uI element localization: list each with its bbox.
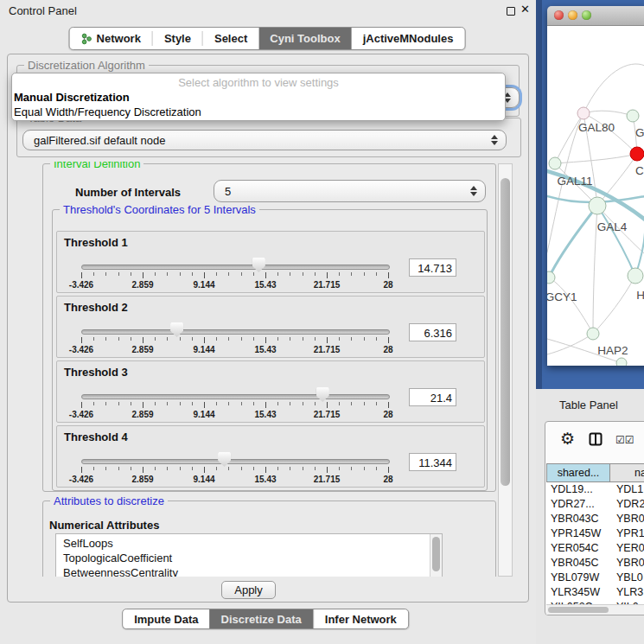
tab-discretize-data[interactable]: Discretize Data xyxy=(210,609,313,628)
checkbox-icons[interactable]: ☑☑ xyxy=(615,434,634,446)
tab-style[interactable]: Style xyxy=(153,28,202,49)
slider-thumb[interactable] xyxy=(218,452,231,467)
threshold-value-field[interactable]: 14.713 xyxy=(409,258,456,277)
tick-label: 21.715 xyxy=(309,475,344,484)
tab-impute-data[interactable]: Impute Data xyxy=(123,609,209,628)
network-canvas[interactable]: GAL80GACGAL11GAL4GCY1HHAP2 xyxy=(547,26,644,366)
threshold-value-field[interactable]: 21.4 xyxy=(409,388,456,406)
network-node-label: GA xyxy=(635,126,644,139)
tick-mark xyxy=(180,337,181,341)
algorithm-option-equal-width-frequency-discretization[interactable]: Equal Width/Frequency Discretization xyxy=(12,105,505,119)
close-window-button[interactable] xyxy=(554,10,564,20)
num-intervals-spinner[interactable]: 5 xyxy=(214,180,486,202)
network-node[interactable] xyxy=(630,147,644,161)
column-header-name[interactable]: na xyxy=(610,463,644,482)
table-data-combobox[interactable]: galFiltered.sif default node xyxy=(22,130,507,150)
list-item[interactable]: SelfLoops xyxy=(56,536,442,551)
tick-mark xyxy=(277,272,278,276)
table-row[interactable]: YER054CYER0 xyxy=(546,541,644,556)
zoom-window-button[interactable] xyxy=(582,10,591,20)
tick-mark xyxy=(155,337,156,341)
network-node[interactable] xyxy=(587,328,599,340)
float-icon[interactable] xyxy=(507,7,515,16)
panel-scrollbar-thumb[interactable] xyxy=(501,178,510,486)
network-node[interactable] xyxy=(628,268,643,284)
network-node[interactable] xyxy=(616,358,627,366)
tick-mark xyxy=(192,467,193,470)
spinner-arrows-icon xyxy=(466,186,481,196)
tab-label: Select xyxy=(214,32,247,45)
panel-scrollbar[interactable] xyxy=(498,163,513,577)
tab-cyni-toolbox[interactable]: Cyni Toolbox xyxy=(258,28,351,49)
cell-shared-name: YDL19... xyxy=(546,482,610,497)
num-intervals-label: Number of Intervals xyxy=(75,186,181,199)
cell-name: YBR0 xyxy=(610,512,644,526)
tick-mark xyxy=(167,337,168,341)
cell-name: YBL0 xyxy=(610,571,643,585)
tick-label: 9.144 xyxy=(187,475,221,484)
table-row[interactable]: YDL19...YDL1 xyxy=(546,482,644,497)
tick-label: 21.715 xyxy=(309,410,344,419)
tick-mark xyxy=(253,467,254,470)
network-node[interactable] xyxy=(547,271,555,284)
slider-track[interactable] xyxy=(81,394,390,399)
network-node-label: GAL11 xyxy=(557,175,592,188)
column-header-shared-name[interactable]: shared... xyxy=(546,463,610,482)
list-item[interactable]: TopologicalCoefficient xyxy=(56,551,442,565)
list-item[interactable]: BetweennessCentrality xyxy=(56,565,442,577)
table-panel: Table Panel ⚙ ☑☑ shared... na YDL19...YD… xyxy=(536,389,644,644)
tick-mark xyxy=(167,467,168,470)
gear-icon[interactable]: ⚙ xyxy=(560,427,575,451)
table-hscrollbar[interactable] xyxy=(546,604,644,615)
table-hscrollbar-thumb[interactable] xyxy=(548,607,609,613)
tick-mark xyxy=(351,402,352,405)
tick-mark xyxy=(216,402,217,405)
slider-track[interactable] xyxy=(81,329,390,335)
columns-icon[interactable] xyxy=(589,432,603,449)
interval-definition-group: Interval Definition Number of Intervals … xyxy=(42,163,496,492)
table-row[interactable]: YBR045CYBR0 xyxy=(546,556,644,571)
network-node[interactable] xyxy=(549,157,561,169)
table-row[interactable]: YDR27...YDR2 xyxy=(546,497,644,512)
slider-thumb[interactable] xyxy=(252,258,265,272)
slider-thumb[interactable] xyxy=(170,322,183,337)
apply-button[interactable]: Apply xyxy=(221,581,276,599)
minimize-window-button[interactable] xyxy=(568,10,577,20)
list-scrollbar[interactable] xyxy=(430,534,442,577)
table-row[interactable]: YLR345WYLR3 xyxy=(546,585,644,600)
tick-mark xyxy=(315,272,316,276)
close-icon[interactable]: ✕ xyxy=(520,3,530,16)
tab-jactivemnodules[interactable]: jActiveMNodules xyxy=(352,28,465,49)
network-node[interactable] xyxy=(577,107,590,119)
group-label: Interval Definition xyxy=(50,162,143,170)
settings-scroll-viewport: Interval Definition Number of Intervals … xyxy=(13,162,502,577)
network-node[interactable] xyxy=(627,110,639,122)
algorithm-option-manual-discretization[interactable]: Manual Discretization xyxy=(12,90,505,105)
tab-network[interactable]: Network xyxy=(70,28,152,49)
list-scrollbar-thumb[interactable] xyxy=(432,537,440,571)
network-node[interactable] xyxy=(589,197,606,214)
tick-mark xyxy=(339,337,340,341)
table-header-row: shared... na xyxy=(546,463,644,482)
tab-infer-network[interactable]: Infer Network xyxy=(313,609,408,628)
table-row[interactable]: YBR043CYBR0 xyxy=(546,512,644,526)
tab-select[interactable]: Select xyxy=(203,28,258,49)
cell-shared-name: YLR345W xyxy=(546,585,610,600)
tick-mark xyxy=(351,337,352,341)
tick-mark xyxy=(364,402,365,405)
threshold-value-field[interactable]: 11.344 xyxy=(409,453,456,471)
tick-mark xyxy=(131,272,131,276)
slider-track[interactable] xyxy=(81,265,390,270)
slider-thumb[interactable] xyxy=(316,387,329,402)
table-row[interactable]: YPR145WYPR1 xyxy=(546,526,644,541)
tick-mark xyxy=(339,272,340,276)
tick-mark xyxy=(81,402,82,408)
threshold-value-field[interactable]: 6.316 xyxy=(409,323,456,341)
numerical-attributes-list[interactable]: SelfLoopsTopologicalCoefficientBetweenne… xyxy=(55,533,443,577)
network-edge xyxy=(597,206,635,276)
tick-label: 15.43 xyxy=(248,345,283,354)
slider-track[interactable] xyxy=(81,459,390,464)
table-row[interactable]: YBL079WYBL0 xyxy=(546,571,644,585)
network-node-label: HAP2 xyxy=(597,344,628,357)
tick-label: 21.715 xyxy=(309,280,344,290)
